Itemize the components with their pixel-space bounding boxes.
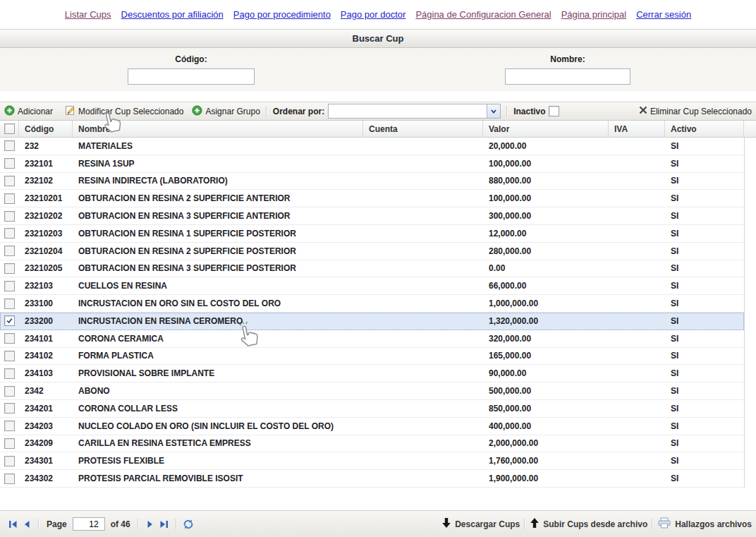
cell-codigo: 232103 [19,281,73,291]
modificar-cup-button[interactable]: Modificar Cup Seleccionado [64,104,183,118]
select-all-checkbox-cell [0,121,19,137]
row-checkbox[interactable] [4,333,15,344]
table-row[interactable]: 234101CORONA CERAMICA320,000.00SI [0,330,744,348]
cell-codigo: 234209 [19,438,73,448]
table-row[interactable]: 234201CORONA COLLAR LESS850,000.00SI [0,400,744,418]
footer-separator [176,519,177,529]
toolbar-separator [266,106,267,117]
nav-link-pago-por-procedimiento[interactable]: Pago por procedimiento [233,9,331,20]
last-page-icon[interactable] [157,517,171,531]
cups-admin-page: Listar CupsDescuentos por afiliaciónPago… [0,0,756,537]
inactivo-label: Inactivo [513,107,545,116]
column-header-codigo[interactable]: Código [19,121,73,137]
cell-activo: SI [665,316,744,326]
column-header-activo[interactable]: Activo [665,121,744,137]
ordenar-por-select[interactable] [328,104,501,119]
row-checkbox-cell [0,386,19,397]
table-row[interactable]: 232102RESINA INDIRECTA (LABORATORIO)880,… [0,173,744,191]
column-header-valor[interactable]: Valor [483,121,609,137]
chevron-down-icon[interactable] [487,104,500,118]
select-all-checkbox[interactable] [4,123,15,134]
table-row[interactable]: 234302PROTESIS PARCIAL REMOVIBLE ISOSIT1… [0,470,744,488]
cell-nombre: CORONA CERAMICA [73,334,363,344]
cell-activo: SI [665,246,744,256]
cell-nombre: OBTURACION EN RESINA 3 SUPERFICIE ANTERI… [73,211,363,221]
row-checkbox[interactable] [4,473,15,484]
row-checkbox[interactable] [4,228,15,239]
table-row[interactable]: 234209CARILLA EN RESINA ESTETICA EMPRESS… [0,435,744,453]
cell-valor: 850,000.00 [483,404,609,414]
row-checkbox[interactable] [4,246,15,256]
row-checkbox-cell [0,263,19,274]
refresh-icon[interactable] [181,517,195,531]
row-checkbox[interactable] [4,140,15,151]
table-row[interactable]: 23210205OBTURACION EN RESINA 3 SUPERFICI… [0,260,744,278]
cell-codigo: 234102 [19,351,73,361]
nav-link-cerrar-sesion[interactable]: Cerrar sesión [636,9,691,20]
asignar-grupo-button[interactable]: Asignar Grupo [192,105,260,118]
cell-nombre: RESINA 1SUP [73,159,363,169]
row-checkbox[interactable] [4,403,15,414]
nav-link-pago-por-doctor[interactable]: Pago por doctor [341,9,406,20]
table-row[interactable]: 232101RESINA 1SUP100,000.00SI [0,155,744,173]
row-checkbox[interactable] [4,386,15,397]
next-page-icon[interactable] [143,517,157,531]
row-checkbox[interactable] [4,438,15,449]
table-row[interactable]: 234102FORMA PLASTICA165,000.00SI [0,348,744,366]
row-checkbox[interactable] [4,315,15,326]
row-checkbox[interactable] [4,351,15,361]
row-checkbox[interactable] [4,456,15,466]
table-row[interactable]: 233200INCRUSTACION EN RESINA CEROMERO1,3… [0,313,744,330]
hallazgos-archivos-button[interactable]: Hallazgos archivos [657,517,752,531]
row-checkbox[interactable] [4,211,15,222]
row-checkbox[interactable] [4,158,15,169]
prev-page-icon[interactable] [20,517,34,531]
table-row[interactable]: 233100INCRUSTACION EN ORO SIN EL COSTO D… [0,295,744,313]
cell-activo: SI [665,368,744,378]
inactivo-checkbox[interactable] [549,106,559,116]
nav-link-descuentos-por-afiliacion[interactable]: Descuentos por afiliación [121,9,224,20]
nav-link-pagina-de-configuracion-general[interactable]: Página de Configuracion General [415,9,551,20]
table-row[interactable]: 234203NUCLEO COLADO EN ORO (SIN INCLUIR … [0,418,744,435]
descargar-cups-button[interactable]: Descargar Cups [441,517,520,531]
nav-link-pagina-principal[interactable]: Página principal [561,9,627,20]
row-checkbox[interactable] [4,281,15,291]
bottom-gap [0,488,756,510]
search-panel: Código: Nombre: [0,48,756,91]
first-page-icon[interactable] [6,517,20,531]
row-checkbox[interactable] [4,193,15,204]
table-row[interactable]: 234103PROVISIONAL SOBRE IMPLANTE90,000.0… [0,365,744,382]
table-row[interactable]: 23210203OBTURACION EN RESINA 1 SUPERFICI… [0,225,744,243]
page-number-input[interactable] [73,517,105,531]
table-row[interactable]: 234301PROTESIS FLEXIBLE1,760,000.00SI [0,452,744,470]
subir-cups-button[interactable]: Subir Cups desde archivo [530,517,647,531]
nav-link-listar-cups[interactable]: Listar Cups [65,9,111,20]
row-checkbox[interactable] [4,176,15,186]
cell-nombre: OBTURACION EN RESINA 2 SUPERFICIE POSTER… [73,246,363,256]
row-checkbox[interactable] [4,263,15,274]
table-row[interactable]: 23210201OBTURACION EN RESINA 2 SUPERFICI… [0,190,744,207]
column-header-cuenta[interactable]: Cuenta [363,121,483,137]
codigo-input[interactable] [128,68,255,85]
table-row[interactable]: 2342ABONO500,000.00SI [0,382,744,400]
column-header-iva[interactable]: IVA [609,121,665,137]
cell-codigo: 234301 [19,456,73,466]
column-header-nombre[interactable]: Nombre [73,121,363,137]
row-checkbox[interactable] [4,421,15,431]
nombre-input[interactable] [505,68,630,85]
adicionar-label: Adicionar [18,107,53,116]
row-checkbox[interactable] [4,298,15,309]
table-row[interactable]: 23210204OBTURACION EN RESINA 2 SUPERFICI… [0,243,744,260]
asignar-label: Asignar Grupo [205,107,260,116]
table-row[interactable]: 232MATERIALES20,000.00SI [0,138,744,155]
table-row[interactable]: 23210202OBTURACION EN RESINA 3 SUPERFICI… [0,207,744,225]
eliminar-cup-button[interactable]: Eliminar Cup Seleccionado [639,106,752,116]
row-checkbox[interactable] [4,368,15,379]
cell-nombre: OBTURACION EN RESINA 3 SUPERFICIE POSTER… [73,263,363,273]
table-row[interactable]: 232103CUELLOS EN RESINA66,000.00SI [0,277,744,295]
row-checkbox-cell [0,228,19,239]
adicionar-button[interactable]: Adicionar [4,105,53,118]
panel-title-bar: Buscar Cup [0,29,756,48]
cell-codigo: 233200 [19,316,73,326]
cell-nombre: PROTESIS PARCIAL REMOVIBLE ISOSIT [73,473,363,483]
